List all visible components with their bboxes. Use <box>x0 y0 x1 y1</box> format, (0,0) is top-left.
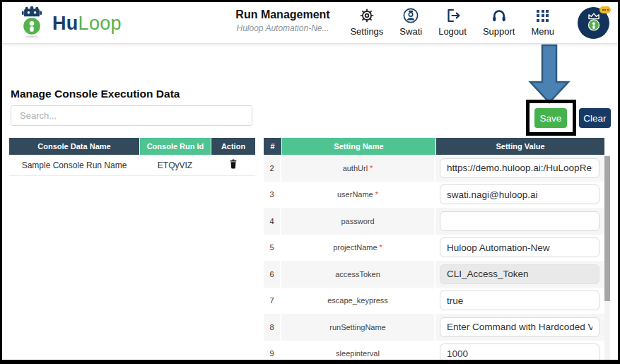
settings-table-header: #Setting NameSetting Value <box>264 138 610 155</box>
row-number: 8 <box>269 323 274 331</box>
settings-table-row: 6accessToken <box>264 261 610 288</box>
setting-name-label: userName <box>337 190 373 199</box>
setting-value-input-escape_keypress[interactable] <box>440 290 599 310</box>
grid-menu-icon <box>537 7 549 24</box>
nav-item-settings[interactable]: Settings <box>350 7 383 37</box>
console-table-row: Sample Console Run NameETQyVIZ <box>9 155 255 176</box>
setting-name-label: authUrl <box>343 164 368 172</box>
huloop-mascot-icon <box>18 6 46 42</box>
down-arrow-callout-icon <box>527 44 572 107</box>
setting-value-input-authUrl[interactable] <box>440 158 599 178</box>
settings-table-row: 4password <box>264 208 610 235</box>
search-input[interactable] <box>11 105 252 126</box>
brand-loop: Loop <box>78 13 122 34</box>
column-header: # <box>264 138 281 155</box>
row-number: 3 <box>269 190 274 199</box>
console-data-table: Console Data NameConsole Run IdAction Sa… <box>9 138 255 176</box>
nav-item-logout[interactable]: Logout <box>438 7 467 37</box>
setting-value-input-sleepinterval[interactable] <box>440 344 599 360</box>
nav-item-label: Logout <box>438 26 467 37</box>
settings-table-row: 5projectName* <box>264 235 610 262</box>
console-table-body: Sample Console Run NameETQyVIZ <box>9 155 255 176</box>
user-avatar[interactable] <box>578 7 609 39</box>
nav-item-support[interactable]: Support <box>483 7 515 37</box>
page-heading: Manage Console Execution Data <box>11 88 180 100</box>
logout-icon <box>444 7 461 24</box>
column-header: Setting Name <box>281 138 435 155</box>
setting-name-label: runSettingName <box>329 323 386 331</box>
column-header: Console Run Id <box>139 138 211 155</box>
console-data-name-cell: Sample Console Run Name <box>9 155 139 175</box>
headset-icon <box>491 7 508 24</box>
settings-table-row: 9sleepinterval <box>264 341 610 360</box>
setting-value-input-accessToken <box>440 264 599 284</box>
setting-value-input-runSettingName[interactable] <box>440 317 599 337</box>
row-number: 2 <box>269 164 274 172</box>
settings-table-body: 2authUrl*3userName*4password5projectName… <box>264 155 610 360</box>
setting-value-input-password[interactable] <box>440 211 599 231</box>
chat-dots-badge-icon <box>599 6 611 13</box>
setting-name-label: password <box>341 217 374 225</box>
settings-scrollbar-thumb[interactable] <box>604 156 610 301</box>
required-asterisk: * <box>380 243 382 252</box>
gear-icon <box>359 7 375 24</box>
column-header: Setting Value <box>435 138 604 155</box>
app-window: HuLoop Run Management Huloop Automation-… <box>0 0 620 364</box>
row-number: 9 <box>269 349 274 358</box>
row-number: 4 <box>269 217 274 225</box>
trash-icon <box>229 159 238 171</box>
delete-row-button[interactable] <box>229 159 238 171</box>
settings-table-row: 7escape_keypress <box>264 288 610 315</box>
setting-name-label: sleepinterval <box>336 349 380 358</box>
page-title: Run Management <box>212 8 353 21</box>
settings-table-row: 8runSettingName <box>264 314 610 341</box>
nav-item-label: Swati <box>399 26 422 37</box>
setting-value-input-userName[interactable] <box>440 184 599 204</box>
huloop-bot-avatar-icon <box>583 11 604 36</box>
settings-table-row: 2authUrl* <box>264 155 610 182</box>
page-subtitle: Huloop Automation-Ne... <box>212 23 353 33</box>
setting-name-label: escape_keypress <box>327 296 388 305</box>
console-run-id-cell: ETQyVIZ <box>139 155 211 175</box>
console-table-header: Console Data NameConsole Run IdAction <box>9 138 255 155</box>
setting-value-input-projectName[interactable] <box>440 237 599 257</box>
huloop-logo[interactable]: HuLoop <box>18 6 122 42</box>
nav-item-menu[interactable]: Menu <box>531 7 554 37</box>
required-asterisk: * <box>370 164 373 172</box>
row-number: 5 <box>269 243 274 252</box>
column-header: Console Data Name <box>9 138 139 155</box>
nav-item-label: Settings <box>350 26 383 37</box>
app-header: HuLoop Run Management Huloop Automation-… <box>2 2 618 44</box>
settings-scrollbar-track[interactable] <box>604 155 610 360</box>
row-number: 7 <box>269 296 274 305</box>
setting-name-label: accessToken <box>335 270 380 278</box>
header-nav: SettingsSwatiLogoutSupportMenu <box>350 7 554 37</box>
nav-item-label: Support <box>483 26 515 37</box>
save-button[interactable]: Save <box>534 108 567 128</box>
nav-item-swati[interactable]: Swati <box>399 7 422 37</box>
clear-button[interactable]: Clear <box>579 108 611 128</box>
row-number: 6 <box>269 270 274 278</box>
brand-hu: Hu <box>52 13 78 34</box>
column-header: Action <box>211 138 255 155</box>
required-asterisk: * <box>375 190 378 199</box>
setting-name-label: projectName <box>333 243 377 252</box>
nav-item-label: Menu <box>531 26 554 37</box>
page-title-block: Run Management Huloop Automation-Ne... <box>212 8 353 33</box>
brand-text: HuLoop <box>52 13 122 35</box>
user-circle-icon <box>402 7 419 24</box>
settings-table-row: 3userName* <box>264 182 610 209</box>
settings-table: #Setting NameSetting Value 2authUrl*3use… <box>264 138 610 360</box>
